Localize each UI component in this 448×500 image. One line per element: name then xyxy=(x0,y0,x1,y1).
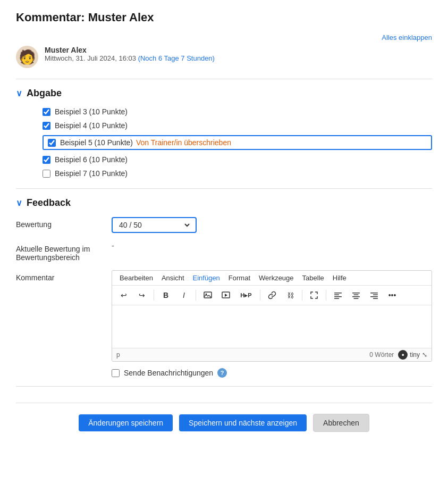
svg-rect-4 xyxy=(334,293,342,294)
user-details: Muster Alex Mittwoch, 31. Juli 2024, 16:… xyxy=(45,46,215,62)
list-item: Beispiel 4 (10 Punkte) xyxy=(43,121,432,130)
feedback-toggle-icon[interactable]: ∨ xyxy=(16,198,22,208)
abgabe-label-ex7: Beispiel 7 (10 Punkte) xyxy=(55,169,128,178)
list-item: Beispiel 3 (10 Punkte) xyxy=(43,107,432,116)
abgabe-checkbox-ex4[interactable] xyxy=(43,122,50,130)
notify-label: Sende Benachrichtigungen xyxy=(124,369,213,377)
menu-einfuegen[interactable]: Einfügen xyxy=(190,273,223,283)
feedback-header: ∨ Feedback xyxy=(16,197,432,209)
image-icon xyxy=(204,291,212,299)
svg-rect-8 xyxy=(352,293,360,294)
link-icon xyxy=(268,291,276,299)
save-changes-button[interactable]: Änderungen speichern xyxy=(79,414,173,431)
abgabe-label-ex5: Beispiel 5 (10 Punkte) xyxy=(60,138,133,147)
kommentar-row: Kommentar Bearbeiten Ansicht Einfügen Fo… xyxy=(16,270,432,378)
editor-toolbar: ↩ ↪ B I xyxy=(112,286,432,305)
svg-rect-15 xyxy=(373,298,378,299)
editor-container: Bearbeiten Ansicht Einfügen Format Werkz… xyxy=(112,270,432,362)
resize-icon[interactable]: ⤡ xyxy=(422,351,427,359)
notify-row: Sende Benachrichtigungen ? xyxy=(112,368,432,378)
current-rating-display: - xyxy=(112,241,114,250)
list-item: Beispiel 6 (10 Punkte) xyxy=(43,155,432,164)
abgabe-checkbox-ex6[interactable] xyxy=(43,156,50,164)
menu-hilfe[interactable]: Hilfe xyxy=(329,273,350,283)
abgabe-checkbox-ex7[interactable] xyxy=(43,170,50,178)
grade-select-wrap[interactable]: 40 / 50 0 / 50 10 / 50 20 / 50 30 / 50 5… xyxy=(112,217,197,233)
svg-marker-3 xyxy=(225,294,227,297)
svg-rect-11 xyxy=(354,298,359,299)
toolbar-sep-2 xyxy=(196,290,196,301)
bold-button[interactable]: B xyxy=(158,288,173,303)
editor-statusbar: p 0 Wörter ● tiny ⤡ xyxy=(112,348,432,361)
abgabe-header: ∨ Abgabe xyxy=(16,88,432,99)
kommentar-control: Bearbeiten Ansicht Einfügen Format Werkz… xyxy=(112,270,432,378)
image-button[interactable] xyxy=(200,288,215,303)
menu-bearbeiten[interactable]: Bearbeiten xyxy=(116,273,156,283)
current-rating-label: Aktuelle Bewertung im Bewertungsbereich xyxy=(16,241,112,262)
svg-rect-12 xyxy=(370,293,378,294)
bewertung-label: Bewertung xyxy=(16,217,112,229)
user-date: Mittwoch, 31. Juli 2024, 16:03 (Noch 6 T… xyxy=(45,54,215,62)
more-button[interactable]: ••• xyxy=(385,288,400,303)
bewertung-control: 40 / 50 0 / 50 10 / 50 20 / 50 30 / 50 5… xyxy=(112,217,432,233)
abgabe-checkbox-ex5[interactable] xyxy=(48,139,56,147)
svg-rect-9 xyxy=(354,295,359,296)
unlink-button[interactable]: ⛓ xyxy=(283,288,298,303)
link-button[interactable] xyxy=(265,288,280,303)
svg-rect-7 xyxy=(334,298,339,299)
menu-format[interactable]: Format xyxy=(225,273,253,283)
menu-ansicht[interactable]: Ansicht xyxy=(158,273,188,283)
toolbar-sep-1 xyxy=(154,290,154,301)
align-right-button[interactable] xyxy=(367,288,382,303)
align-center-icon xyxy=(352,291,360,299)
current-rating-row: Aktuelle Bewertung im Bewertungsbereich … xyxy=(16,241,432,262)
editor-content[interactable] xyxy=(112,305,432,348)
avatar-emoji: 🧑 xyxy=(19,49,36,65)
media-icon xyxy=(222,291,230,299)
kommentar-label: Kommentar xyxy=(16,270,112,282)
align-left-button[interactable] xyxy=(331,288,345,303)
abgabe-label-ex4: Beispiel 4 (10 Punkte) xyxy=(55,121,128,130)
abgabe-title: Abgabe xyxy=(27,88,62,99)
italic-button[interactable]: I xyxy=(176,288,191,303)
tiny-logo: ● tiny ⤡ xyxy=(398,350,427,360)
align-center-button[interactable] xyxy=(349,288,364,303)
word-count: 0 Wörter xyxy=(369,351,394,359)
feedback-section: ∨ Feedback Bewertung 40 / 50 0 / 50 10 /… xyxy=(16,197,432,378)
svg-rect-5 xyxy=(334,295,339,296)
divider-1 xyxy=(16,79,432,79)
toolbar-sep-4 xyxy=(302,290,302,301)
time-remaining: (Noch 6 Tage 7 Stunden) xyxy=(138,54,215,62)
editor-tag: p xyxy=(116,351,120,359)
help-icon[interactable]: ? xyxy=(217,368,227,378)
headings-button[interactable]: H▸P xyxy=(236,288,256,303)
toolbar-sep-3 xyxy=(260,290,260,301)
abgabe-checkbox-ex3[interactable] xyxy=(43,108,50,116)
divider-3 xyxy=(16,386,432,387)
abgabe-toggle-icon[interactable]: ∨ xyxy=(16,88,22,98)
media-button[interactable] xyxy=(218,288,233,303)
menu-tabelle[interactable]: Tabelle xyxy=(299,273,327,283)
action-bar: Änderungen speichern Speichern und nächs… xyxy=(16,403,432,432)
collapse-all-link[interactable]: Alles einklappen xyxy=(382,34,432,41)
undo-button[interactable]: ↩ xyxy=(116,288,131,303)
page-title: Kommentar: Muster Alex xyxy=(16,11,432,24)
save-next-button[interactable]: Speichern und nächste anzeigen xyxy=(179,414,307,431)
svg-rect-10 xyxy=(352,296,360,297)
override-text: Von Trainer/in überschrieben xyxy=(136,138,231,147)
list-item-highlighted: Beispiel 5 (10 Punkte) Von Trainer/in üb… xyxy=(43,135,432,150)
grade-select[interactable]: 40 / 50 0 / 50 10 / 50 20 / 50 30 / 50 5… xyxy=(117,220,191,230)
bewertung-row: Bewertung 40 / 50 0 / 50 10 / 50 20 / 50… xyxy=(16,217,432,233)
divider-2 xyxy=(16,188,432,189)
editor-menubar: Bearbeiten Ansicht Einfügen Format Werkz… xyxy=(112,271,432,286)
notify-checkbox[interactable] xyxy=(112,369,120,377)
cancel-button[interactable]: Abbrechen xyxy=(313,414,369,432)
fullscreen-icon xyxy=(310,291,318,299)
menu-werkzeuge[interactable]: Werkzeuge xyxy=(256,273,297,283)
svg-rect-14 xyxy=(370,296,378,297)
current-rating-value: - xyxy=(112,241,432,250)
redo-button[interactable]: ↪ xyxy=(134,288,149,303)
abgabe-label-ex3: Beispiel 3 (10 Punkte) xyxy=(55,107,128,116)
list-item: Beispiel 7 (10 Punkte) xyxy=(43,169,432,178)
fullscreen-button[interactable] xyxy=(307,288,322,303)
